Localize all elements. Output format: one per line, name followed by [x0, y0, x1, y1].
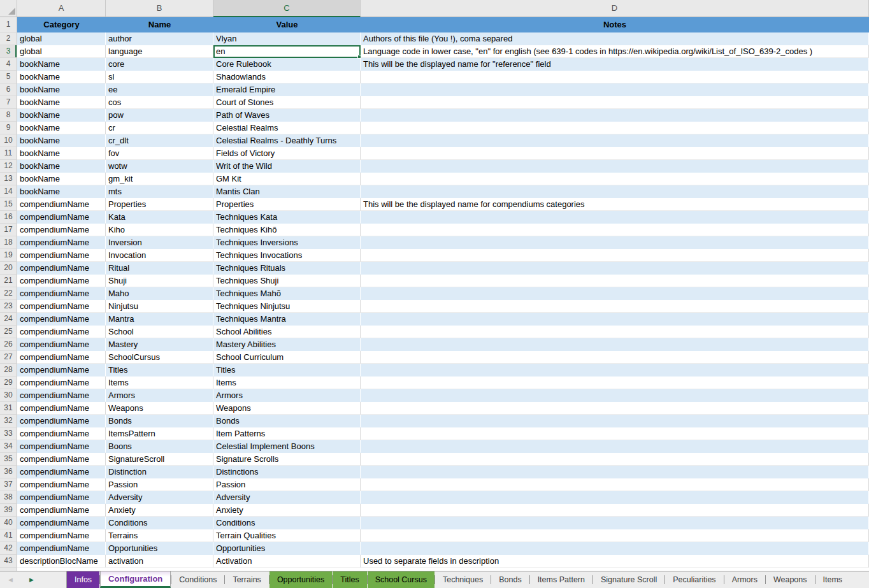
- cell-value[interactable]: Emerald Empire: [213, 83, 361, 96]
- cell-notes[interactable]: [361, 466, 869, 478]
- cell-name[interactable]: School: [106, 326, 213, 338]
- row-number[interactable]: 1: [0, 17, 17, 32]
- cell-value[interactable]: Opportunities: [213, 542, 361, 555]
- cell-category[interactable]: compendiumName: [17, 427, 106, 440]
- cell-notes[interactable]: [361, 478, 869, 491]
- row-number[interactable]: 3: [0, 45, 17, 58]
- selected-cell[interactable]: en: [213, 45, 361, 58]
- cell-value[interactable]: Path of Waves: [213, 109, 361, 122]
- sheet-tab[interactable]: Armors: [724, 571, 765, 588]
- row-number[interactable]: 12: [0, 160, 17, 173]
- column-header-d[interactable]: D: [361, 0, 869, 17]
- cell-notes[interactable]: [361, 224, 869, 236]
- cell-category[interactable]: compendiumName: [17, 211, 106, 224]
- cell-notes[interactable]: [361, 415, 869, 427]
- cell-name[interactable]: language: [106, 45, 213, 58]
- cell-value[interactable]: Adversity: [213, 491, 361, 504]
- cell-notes[interactable]: [361, 122, 869, 134]
- cell-notes[interactable]: [361, 249, 869, 262]
- cell-name[interactable]: activation: [106, 555, 213, 568]
- cell-value[interactable]: Signature Scrolls: [213, 453, 361, 466]
- cell-notes[interactable]: [361, 185, 869, 198]
- cell-category[interactable]: bookName: [17, 134, 106, 147]
- cell-notes[interactable]: [361, 275, 869, 287]
- cell-name[interactable]: Ritual: [106, 262, 213, 275]
- cell-value[interactable]: Techniques Kihõ: [213, 224, 361, 236]
- row-number[interactable]: 5: [0, 71, 17, 83]
- cell-name[interactable]: Conditions: [106, 517, 213, 529]
- cell-value[interactable]: Conditions: [213, 517, 361, 529]
- cell-notes[interactable]: [361, 427, 869, 440]
- cell-category[interactable]: compendiumName: [17, 338, 106, 351]
- cell-category[interactable]: descriptionBlocName: [17, 555, 106, 568]
- row-number[interactable]: 36: [0, 466, 17, 478]
- cell-category[interactable]: compendiumName: [17, 326, 106, 338]
- cell-notes[interactable]: [361, 211, 869, 224]
- cell-category[interactable]: compendiumName: [17, 415, 106, 427]
- column-header-b[interactable]: B: [106, 0, 213, 17]
- sheet-tab[interactable]: Items: [815, 571, 851, 588]
- sheet-tab[interactable]: Conditions: [171, 571, 224, 588]
- cell-category[interactable]: global: [17, 45, 106, 58]
- row-number[interactable]: 6: [0, 83, 17, 96]
- sheet-tab[interactable]: Techniques: [435, 571, 491, 588]
- cell-value[interactable]: Techniques Rituals: [213, 262, 361, 275]
- cell-notes[interactable]: [361, 147, 869, 160]
- cell-name[interactable]: Maho: [106, 287, 213, 300]
- column-header-a[interactable]: A: [17, 0, 106, 17]
- cell-notes[interactable]: [361, 96, 869, 109]
- cell-value[interactable]: Techniques Inversions: [213, 236, 361, 249]
- cell-value[interactable]: Item Patterns: [213, 427, 361, 440]
- row-number[interactable]: 39: [0, 504, 17, 517]
- row-number[interactable]: 26: [0, 338, 17, 351]
- cell-category[interactable]: compendiumName: [17, 262, 106, 275]
- column-header-c[interactable]: C: [213, 0, 361, 17]
- cell-category[interactable]: bookName: [17, 160, 106, 173]
- cell-value[interactable]: GM Kit: [213, 173, 361, 185]
- cell-notes[interactable]: [361, 71, 869, 83]
- sheet-tab[interactable]: School Cursus: [368, 571, 434, 588]
- cell-category[interactable]: bookName: [17, 71, 106, 83]
- row-number[interactable]: 14: [0, 185, 17, 198]
- cell-value[interactable]: Court of Stones: [213, 96, 361, 109]
- row-number[interactable]: 42: [0, 542, 17, 555]
- cell-name[interactable]: gm_kit: [106, 173, 213, 185]
- cell-category[interactable]: bookName: [17, 185, 106, 198]
- cell-value[interactable]: Bonds: [213, 415, 361, 427]
- cell-name[interactable]: Mantra: [106, 313, 213, 326]
- cell-value[interactable]: Techniques Invocations: [213, 249, 361, 262]
- cell-notes[interactable]: [361, 517, 869, 529]
- row-number[interactable]: 15: [0, 198, 17, 211]
- cell-value[interactable]: Techniques Mahõ: [213, 287, 361, 300]
- cell-category[interactable]: bookName: [17, 58, 106, 71]
- row-number[interactable]: 18: [0, 236, 17, 249]
- row-number[interactable]: 32: [0, 415, 17, 427]
- cell-value[interactable]: Core Rulebook: [213, 58, 361, 71]
- cell-name[interactable]: Opportunities: [106, 542, 213, 555]
- row-number[interactable]: 38: [0, 491, 17, 504]
- cell-category[interactable]: bookName: [17, 147, 106, 160]
- cell-value[interactable]: Titles: [213, 364, 361, 376]
- cell-notes[interactable]: [361, 491, 869, 504]
- cell-notes[interactable]: [361, 109, 869, 122]
- row-number[interactable]: 7: [0, 96, 17, 109]
- cell-name[interactable]: ee: [106, 83, 213, 96]
- cell-value[interactable]: Celestial Implement Boons: [213, 440, 361, 453]
- sheet-tab[interactable]: Bonds: [491, 571, 529, 588]
- row-number[interactable]: 33: [0, 427, 17, 440]
- cell-name[interactable]: Shuji: [106, 275, 213, 287]
- cell-value[interactable]: Techniques Mantra: [213, 313, 361, 326]
- cell-value[interactable]: Mastery Abilities: [213, 338, 361, 351]
- cell-notes[interactable]: Used to separate fields in description: [361, 555, 869, 568]
- fill-handle[interactable]: [357, 55, 361, 59]
- row-number[interactable]: 29: [0, 376, 17, 389]
- row-number[interactable]: 43: [0, 555, 17, 568]
- cell-value[interactable]: Techniques Ninjutsu: [213, 300, 361, 313]
- row-number[interactable]: 24: [0, 313, 17, 326]
- row-number[interactable]: 27: [0, 351, 17, 364]
- cell-category[interactable]: compendiumName: [17, 542, 106, 555]
- cell-name[interactable]: Adversity: [106, 491, 213, 504]
- cell-value[interactable]: Armors: [213, 389, 361, 402]
- cell-name[interactable]: Bonds: [106, 415, 213, 427]
- cell-category[interactable]: bookName: [17, 109, 106, 122]
